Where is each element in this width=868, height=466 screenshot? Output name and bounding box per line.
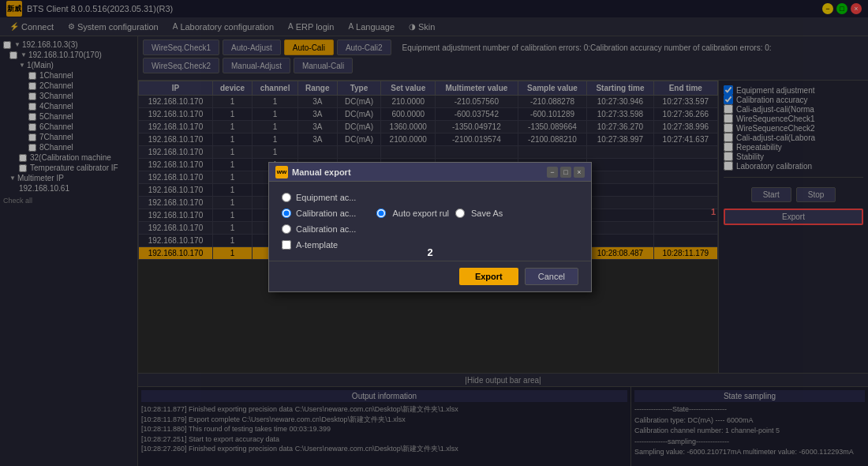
modal-title-bar: ww Manual export − □ × [269, 163, 591, 182]
manual-export-modal: ww Manual export − □ × Equipment ac... C… [268, 162, 592, 292]
modal-radio-calibration1-label: Calibration ac... [296, 209, 356, 218]
modal-cancel-button[interactable]: Cancel [525, 268, 578, 285]
modal-logo: ww [275, 166, 288, 179]
modal-minimize-btn[interactable]: − [547, 167, 558, 178]
modal-close-btn[interactable]: × [574, 167, 585, 178]
modal-title: ww Manual export [275, 166, 351, 179]
modal-radio-equipment-label: Equipment ac... [296, 193, 356, 202]
modal-atemplate-checkbox[interactable] [282, 240, 291, 250]
modal-inner-radio2[interactable] [455, 209, 465, 218]
modal-inner-label1: Auto export rul [392, 209, 449, 218]
modal-controls: − □ × [547, 167, 585, 178]
modal-atemplate-label: A-template [296, 240, 338, 250]
modal-footer-wrapper: 2 Export Cancel [269, 261, 591, 291]
modal-footer: Export Cancel [269, 261, 591, 291]
modal-radio-equipment: Equipment ac... [282, 193, 578, 202]
modal-export-button[interactable]: Export [459, 268, 518, 285]
modal-radio-calibration2: Calibration ac... [282, 224, 578, 234]
modal-radio-calibration2-input[interactable] [282, 224, 291, 234]
modal-radio-calibration2-label: Calibration ac... [296, 224, 356, 234]
modal-radio-equipment-input[interactable] [282, 193, 291, 202]
modal-overlay: ww Manual export − □ × Equipment ac... C… [0, 0, 868, 466]
modal-maximize-btn[interactable]: □ [560, 167, 571, 178]
modal-inner-label2: Save As [471, 209, 503, 218]
label-2: 2 [427, 246, 432, 258]
modal-inner-row: Auto export rul Save As [361, 209, 503, 218]
modal-radio-calibration1: Calibration ac... Auto export rul Save A… [282, 209, 578, 218]
modal-inner-radio1[interactable] [376, 209, 386, 218]
modal-title-text: Manual export [292, 167, 351, 177]
modal-radio-calibration1-input[interactable] [282, 209, 291, 218]
